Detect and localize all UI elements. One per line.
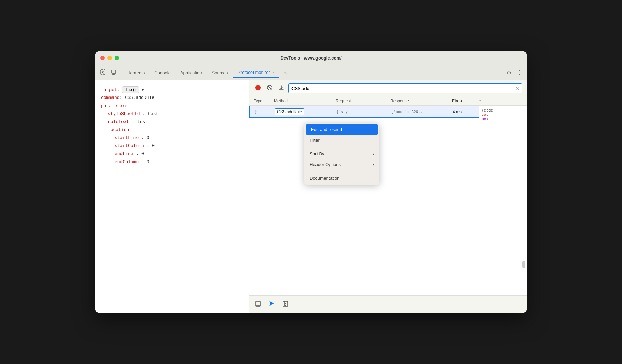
- location-line: location :: [101, 126, 244, 134]
- tabs-bar: Elements Console Application Sources Pro…: [95, 65, 527, 80]
- elapsed-cell: 4 ms: [453, 108, 480, 115]
- titlebar-buttons: [100, 56, 119, 60]
- collapse-left-icon: [282, 301, 288, 307]
- search-input[interactable]: [291, 86, 513, 91]
- device-icon-button[interactable]: [109, 68, 118, 78]
- ruletext-colon: :: [129, 118, 137, 126]
- startline-label: startLine: [115, 134, 139, 142]
- collapse-left-button[interactable]: [281, 299, 290, 310]
- request-cell: {"sty: [336, 108, 391, 115]
- block-button[interactable]: [265, 83, 274, 93]
- panel-toggle-button[interactable]: [254, 299, 262, 310]
- minimize-button[interactable]: [107, 56, 112, 60]
- context-menu: Edit and resend Filter Sort By › Header …: [304, 123, 379, 185]
- send-button[interactable]: [267, 298, 277, 310]
- method-value: CSS.addRule: [275, 108, 304, 115]
- close-button[interactable]: [100, 56, 105, 60]
- right-cod-value: cod: [482, 113, 524, 117]
- right-mes-value: mes: [482, 117, 524, 121]
- sort-by-chevron-icon: ›: [373, 152, 374, 156]
- tab-protocol-monitor[interactable]: Protocol monitor ×: [233, 68, 279, 78]
- scrollbar[interactable]: [522, 199, 525, 268]
- col-response: Response: [390, 99, 452, 103]
- clear-search-button[interactable]: ✕: [515, 85, 519, 92]
- endcolumn-label: endColumn: [115, 158, 139, 166]
- right-panel: ✕ Type Method Request Response Ela.▲: [249, 80, 527, 313]
- device-icon: [111, 69, 117, 75]
- menu-divider-1: [304, 147, 379, 147]
- stylesheet-colon: :: [140, 110, 148, 118]
- table-header: Type Method Request Response Ela.▲ »: [249, 96, 527, 106]
- stop-icon: [255, 84, 261, 91]
- target-tab-button[interactable]: Tab (): [122, 86, 139, 93]
- scrollbar-thumb: [522, 261, 525, 268]
- search-box: ✕: [288, 83, 522, 93]
- menu-item-edit-resend[interactable]: Edit and resend: [306, 124, 378, 135]
- startcolumn-value: 0: [152, 142, 155, 150]
- tab-close-icon[interactable]: ×: [273, 70, 275, 75]
- main-layout: target: Tab () ▼ command: CSS.addRule pa…: [95, 80, 527, 313]
- target-dropdown-icon[interactable]: ▼: [142, 88, 144, 92]
- target-value: Tab () ▼: [122, 86, 144, 94]
- col-elapsed: Ela.▲: [452, 99, 479, 103]
- inspect-icon: [100, 69, 106, 75]
- location-colon: :: [129, 126, 134, 134]
- tab-application[interactable]: Application: [176, 68, 206, 77]
- table-body: ↕ CSS.addRule {"sty {"code":-326... 4 ms: [249, 106, 527, 295]
- left-panel: target: Tab () ▼ command: CSS.addRule pa…: [95, 80, 249, 313]
- inspect-icon-button[interactable]: [98, 68, 107, 78]
- endline-line: endLine : 0: [101, 150, 244, 158]
- maximize-button[interactable]: [115, 56, 119, 60]
- col-overflow: »: [479, 99, 490, 103]
- tab-overflow[interactable]: »: [280, 68, 291, 77]
- more-menu-button[interactable]: ⋮: [516, 68, 524, 77]
- command-value: CSS.addRule: [125, 94, 154, 102]
- endcolumn-value: 0: [147, 158, 150, 166]
- right-code-value: {code: [482, 108, 524, 113]
- startline-value: 0: [147, 134, 150, 142]
- response-value: {"code":-326...: [391, 110, 425, 114]
- settings-button[interactable]: ⚙: [505, 68, 513, 77]
- endcolumn-line: endColumn : 0: [101, 158, 244, 166]
- type-cell: ↕: [254, 108, 275, 115]
- menu-item-header-options[interactable]: Header Options ›: [304, 159, 379, 170]
- svg-point-4: [255, 85, 261, 90]
- svg-rect-7: [256, 301, 260, 306]
- stop-recording-button[interactable]: [254, 83, 262, 93]
- location-label: location: [108, 126, 129, 134]
- tab-console[interactable]: Console: [150, 68, 175, 77]
- startline-colon: :: [139, 134, 146, 142]
- col-type: Type: [254, 99, 274, 103]
- endline-value: 0: [141, 150, 144, 158]
- download-button[interactable]: [277, 83, 286, 93]
- target-line: target: Tab () ▼: [101, 86, 244, 94]
- stylesheet-id-value: test: [148, 110, 158, 118]
- menu-item-sort-by[interactable]: Sort By ›: [304, 148, 379, 159]
- arrows-updown-icon: ↕: [254, 109, 257, 115]
- header-options-chevron-icon: ›: [373, 162, 374, 167]
- tab-sources[interactable]: Sources: [208, 68, 232, 77]
- titlebar: DevTools - www.google.com/: [95, 51, 527, 65]
- endline-label: endLine: [115, 150, 133, 158]
- menu-divider-2: [304, 171, 379, 171]
- devtools-window: DevTools - www.google.com/ Elements Cons…: [95, 51, 527, 313]
- parameters-label: parameters:: [101, 102, 130, 110]
- window-title: DevTools - www.google.com/: [280, 55, 341, 61]
- menu-item-documentation[interactable]: Documentation: [304, 173, 379, 183]
- send-icon: [268, 300, 275, 307]
- menu-item-filter[interactable]: Filter: [304, 135, 379, 145]
- method-cell: CSS.addRule: [275, 108, 336, 115]
- protocol-toolbar: ✕: [249, 80, 527, 96]
- command-line: command: CSS.addRule: [101, 94, 244, 102]
- tab-icon-group: [98, 68, 118, 78]
- bottom-bar: [249, 295, 527, 313]
- target-label: target:: [101, 86, 120, 94]
- ruletext-line: ruleText : test: [101, 118, 244, 126]
- response-cell: {"code":-326...: [391, 108, 453, 115]
- stylesheet-id-label: styleSheetId: [108, 110, 140, 118]
- tabs-right-controls: ⚙ ⋮: [505, 68, 524, 77]
- svg-line-6: [268, 86, 271, 89]
- tab-elements[interactable]: Elements: [122, 68, 149, 77]
- block-icon: [267, 84, 273, 91]
- startcolumn-line: startColumn : 0: [101, 142, 244, 150]
